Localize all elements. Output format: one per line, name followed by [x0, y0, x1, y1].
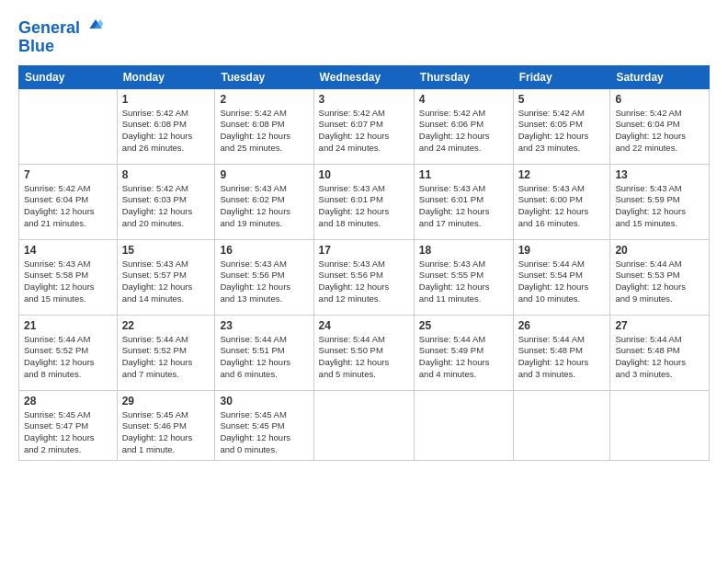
calendar-cell: 8Sunrise: 5:42 AM Sunset: 6:03 PM Daylig…: [117, 164, 215, 239]
calendar-body: 1Sunrise: 5:42 AM Sunset: 6:08 PM Daylig…: [19, 88, 710, 460]
calendar-cell: 21Sunrise: 5:44 AM Sunset: 5:52 PM Dayli…: [19, 315, 118, 390]
day-number: 9: [220, 168, 308, 181]
cell-text: Sunrise: 5:44 AM Sunset: 5:48 PM Dayligh…: [518, 334, 606, 381]
cell-text: Sunrise: 5:44 AM Sunset: 5:52 PM Dayligh…: [122, 334, 210, 381]
logo-icon: [86, 15, 105, 33]
day-number: 12: [518, 168, 606, 181]
calendar-cell: 12Sunrise: 5:43 AM Sunset: 6:00 PM Dayli…: [513, 164, 610, 239]
day-number: 13: [615, 168, 704, 181]
day-number: 19: [518, 244, 606, 257]
cell-text: Sunrise: 5:42 AM Sunset: 6:08 PM Dayligh…: [122, 108, 210, 155]
day-number: 4: [419, 93, 508, 106]
cell-text: Sunrise: 5:43 AM Sunset: 5:58 PM Dayligh…: [24, 259, 112, 305]
calendar-cell: 9Sunrise: 5:43 AM Sunset: 6:02 PM Daylig…: [215, 164, 313, 239]
day-number: 7: [24, 168, 112, 181]
calendar-cell: 17Sunrise: 5:43 AM Sunset: 5:56 PM Dayli…: [313, 239, 414, 315]
calendar-cell: 14Sunrise: 5:43 AM Sunset: 5:58 PM Dayli…: [19, 239, 118, 315]
cell-text: Sunrise: 5:43 AM Sunset: 5:55 PM Dayligh…: [419, 259, 508, 305]
logo-general: General: [18, 18, 80, 37]
cell-text: Sunrise: 5:43 AM Sunset: 5:59 PM Dayligh…: [615, 183, 704, 230]
cell-text: Sunrise: 5:43 AM Sunset: 5:56 PM Dayligh…: [319, 259, 409, 305]
week-row-3: 21Sunrise: 5:44 AM Sunset: 5:52 PM Dayli…: [19, 315, 710, 390]
cell-text: Sunrise: 5:44 AM Sunset: 5:49 PM Dayligh…: [419, 334, 508, 381]
weekday-wednesday: Wednesday: [313, 65, 414, 88]
calendar-cell: 20Sunrise: 5:44 AM Sunset: 5:53 PM Dayli…: [610, 239, 710, 315]
logo-text: General: [18, 15, 105, 38]
calendar-cell: 30Sunrise: 5:45 AM Sunset: 5:45 PM Dayli…: [215, 390, 313, 460]
calendar-cell: [610, 390, 710, 460]
day-number: 30: [220, 395, 308, 408]
calendar-cell: 23Sunrise: 5:44 AM Sunset: 5:51 PM Dayli…: [215, 315, 313, 390]
day-number: 2: [220, 93, 308, 106]
week-row-0: 1Sunrise: 5:42 AM Sunset: 6:08 PM Daylig…: [19, 88, 710, 164]
calendar-cell: 15Sunrise: 5:43 AM Sunset: 5:57 PM Dayli…: [117, 239, 215, 315]
cell-text: Sunrise: 5:43 AM Sunset: 5:57 PM Dayligh…: [122, 259, 210, 305]
week-row-1: 7Sunrise: 5:42 AM Sunset: 6:04 PM Daylig…: [19, 164, 710, 239]
cell-text: Sunrise: 5:45 AM Sunset: 5:46 PM Dayligh…: [122, 409, 210, 456]
week-row-2: 14Sunrise: 5:43 AM Sunset: 5:58 PM Dayli…: [19, 239, 710, 315]
day-number: 24: [319, 319, 409, 332]
day-number: 20: [615, 244, 704, 257]
calendar-cell: 7Sunrise: 5:42 AM Sunset: 6:04 PM Daylig…: [19, 164, 118, 239]
day-number: 5: [518, 93, 606, 106]
cell-text: Sunrise: 5:42 AM Sunset: 6:04 PM Dayligh…: [24, 183, 112, 230]
calendar-cell: 13Sunrise: 5:43 AM Sunset: 5:59 PM Dayli…: [610, 164, 710, 239]
calendar-cell: 6Sunrise: 5:42 AM Sunset: 6:04 PM Daylig…: [610, 88, 710, 164]
cell-text: Sunrise: 5:43 AM Sunset: 5:56 PM Dayligh…: [220, 259, 308, 305]
cell-text: Sunrise: 5:44 AM Sunset: 5:54 PM Dayligh…: [518, 259, 606, 305]
cell-text: Sunrise: 5:42 AM Sunset: 6:03 PM Dayligh…: [122, 183, 210, 230]
cell-text: Sunrise: 5:43 AM Sunset: 6:00 PM Dayligh…: [518, 183, 606, 230]
day-number: 29: [122, 395, 210, 408]
weekday-saturday: Saturday: [610, 65, 710, 88]
cell-text: Sunrise: 5:44 AM Sunset: 5:52 PM Dayligh…: [24, 334, 112, 381]
calendar-cell: 4Sunrise: 5:42 AM Sunset: 6:06 PM Daylig…: [414, 88, 513, 164]
weekday-thursday: Thursday: [414, 65, 513, 88]
day-number: 21: [24, 319, 112, 332]
cell-text: Sunrise: 5:42 AM Sunset: 6:06 PM Dayligh…: [419, 108, 508, 155]
calendar-cell: 2Sunrise: 5:42 AM Sunset: 6:08 PM Daylig…: [215, 88, 313, 164]
day-number: 25: [419, 319, 508, 332]
day-number: 1: [122, 93, 210, 106]
calendar-cell: [414, 390, 513, 460]
day-number: 14: [24, 244, 112, 257]
calendar-cell: 16Sunrise: 5:43 AM Sunset: 5:56 PM Dayli…: [215, 239, 313, 315]
calendar-cell: 5Sunrise: 5:42 AM Sunset: 6:05 PM Daylig…: [513, 88, 610, 164]
weekday-sunday: Sunday: [19, 65, 118, 88]
cell-text: Sunrise: 5:43 AM Sunset: 6:02 PM Dayligh…: [220, 183, 308, 230]
day-number: 22: [122, 319, 210, 332]
calendar-cell: 29Sunrise: 5:45 AM Sunset: 5:46 PM Dayli…: [117, 390, 215, 460]
weekday-header-row: SundayMondayTuesdayWednesdayThursdayFrid…: [19, 65, 710, 88]
cell-text: Sunrise: 5:43 AM Sunset: 6:01 PM Dayligh…: [419, 183, 508, 230]
calendar-cell: [313, 390, 414, 460]
cell-text: Sunrise: 5:44 AM Sunset: 5:48 PM Dayligh…: [615, 334, 704, 381]
day-number: 11: [419, 168, 508, 181]
day-number: 23: [220, 319, 308, 332]
calendar-cell: 27Sunrise: 5:44 AM Sunset: 5:48 PM Dayli…: [610, 315, 710, 390]
day-number: 16: [220, 244, 308, 257]
cell-text: Sunrise: 5:45 AM Sunset: 5:45 PM Dayligh…: [220, 409, 308, 456]
weekday-friday: Friday: [513, 65, 610, 88]
calendar-cell: 26Sunrise: 5:44 AM Sunset: 5:48 PM Dayli…: [513, 315, 610, 390]
calendar-cell: 3Sunrise: 5:42 AM Sunset: 6:07 PM Daylig…: [313, 88, 414, 164]
cell-text: Sunrise: 5:42 AM Sunset: 6:08 PM Dayligh…: [220, 108, 308, 155]
weekday-monday: Monday: [117, 65, 215, 88]
day-number: 8: [122, 168, 210, 181]
calendar-cell: 19Sunrise: 5:44 AM Sunset: 5:54 PM Dayli…: [513, 239, 610, 315]
cell-text: Sunrise: 5:42 AM Sunset: 6:04 PM Dayligh…: [615, 108, 704, 155]
calendar: SundayMondayTuesdayWednesdayThursdayFrid…: [18, 65, 710, 461]
calendar-cell: 25Sunrise: 5:44 AM Sunset: 5:49 PM Dayli…: [414, 315, 513, 390]
week-row-4: 28Sunrise: 5:45 AM Sunset: 5:47 PM Dayli…: [19, 390, 710, 460]
day-number: 3: [319, 93, 409, 106]
logo: General Blue: [18, 15, 105, 56]
cell-text: Sunrise: 5:43 AM Sunset: 6:01 PM Dayligh…: [319, 183, 409, 230]
cell-text: Sunrise: 5:42 AM Sunset: 6:07 PM Dayligh…: [319, 108, 409, 155]
page: General Blue SundayMondayTuesdayWednesda…: [0, 0, 728, 563]
calendar-cell: 28Sunrise: 5:45 AM Sunset: 5:47 PM Dayli…: [19, 390, 118, 460]
day-number: 27: [615, 319, 704, 332]
day-number: 17: [319, 244, 409, 257]
cell-text: Sunrise: 5:44 AM Sunset: 5:53 PM Dayligh…: [615, 259, 704, 305]
day-number: 6: [615, 93, 704, 106]
calendar-cell: 10Sunrise: 5:43 AM Sunset: 6:01 PM Dayli…: [313, 164, 414, 239]
day-number: 28: [24, 395, 112, 408]
cell-text: Sunrise: 5:42 AM Sunset: 6:05 PM Dayligh…: [518, 108, 606, 155]
